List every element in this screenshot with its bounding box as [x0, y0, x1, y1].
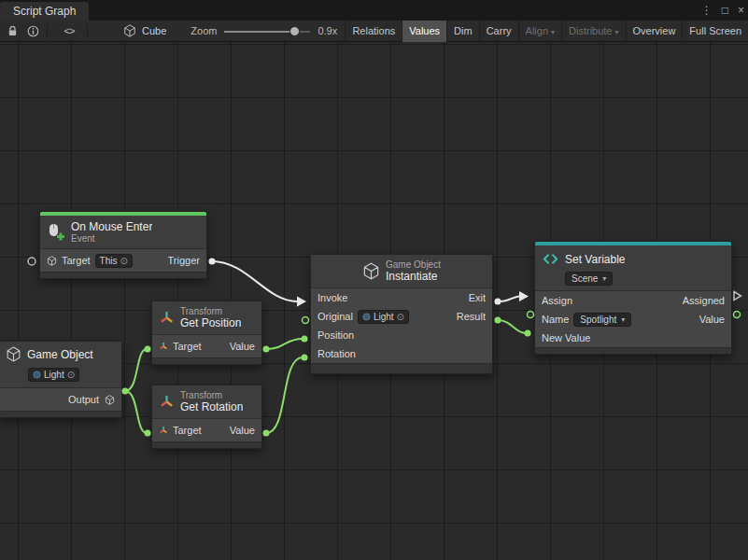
variable-scope-dropdown[interactable]: Scene ▾ [565, 272, 613, 286]
port-get-rotation-value[interactable] [263, 430, 270, 437]
chevron-down-icon: ▾ [602, 274, 606, 283]
node-category: Game Object [386, 259, 441, 270]
node-title: Instantiate [386, 270, 441, 283]
script-graph-window: Script Graph ⋮ □ × <> Cube Zoom [0, 0, 748, 560]
edge-output-to-get-position-target [125, 349, 147, 391]
align-button[interactable]: Align ▾ [518, 21, 561, 42]
node-instantiate[interactable]: Game Object Instantiate Invoke Exit Orig… [310, 254, 493, 374]
light-icon [362, 313, 371, 321]
port-instantiate-result[interactable] [495, 317, 501, 324]
lock-icon[interactable] [4, 21, 21, 42]
zoom-value: 0.9x [318, 25, 337, 36]
object-picker-icon[interactable]: ⊙ [120, 256, 127, 266]
cube-icon [362, 262, 380, 280]
port-on-mouse-enter-target[interactable] [28, 258, 35, 265]
edge-exit-to-assign [500, 297, 519, 302]
toolbar-divider [47, 24, 48, 38]
target-object-field[interactable]: This ⊙ [95, 254, 133, 268]
port-set-variable-name[interactable] [528, 312, 534, 318]
cube-icon [6, 346, 21, 362]
light-icon [33, 371, 41, 379]
port-instantiate-original[interactable] [303, 317, 309, 324]
close-icon[interactable]: × [738, 4, 744, 17]
slider-fill [224, 31, 293, 33]
node-on-mouse-enter[interactable]: On Mouse Enter Event Target This ⊙ [39, 211, 207, 279]
graph-target-label: Cube [142, 25, 166, 36]
code-icon[interactable]: <> [61, 21, 78, 42]
port-get-position-target[interactable] [145, 346, 151, 353]
port-label-value: Value [699, 314, 725, 325]
port-set-variable-new-value[interactable] [525, 330, 531, 337]
transform-type-icon [159, 426, 168, 435]
port-label-invoke: Invoke [318, 292, 347, 303]
node-footer [311, 363, 492, 373]
menu-icon[interactable]: ⋮ [701, 4, 713, 17]
node-get-rotation[interactable]: Transform Get Rotation Target Value [151, 385, 262, 449]
object-picker-icon[interactable]: ⊙ [397, 312, 404, 322]
port-label-position: Position [318, 329, 354, 341]
toolbar-divider [87, 24, 88, 38]
port-label-rotation: Rotation [318, 348, 356, 359]
node-get-position[interactable]: Transform Get Position Target Value [151, 301, 262, 365]
node-category: Transform [180, 306, 241, 316]
node-title: Get Rotation [180, 400, 243, 413]
maximize-icon[interactable]: □ [722, 4, 728, 17]
port-label-assign: Assign [542, 295, 572, 306]
chevron-down-icon: ▾ [621, 315, 625, 324]
port-instantiate-rotation[interactable] [302, 355, 308, 361]
node-footer [152, 357, 261, 364]
port-label-new-value: New Value [542, 332, 590, 343]
overview-button[interactable]: Overview [626, 21, 683, 42]
port-exit-output[interactable] [495, 299, 501, 305]
port-game-object-output[interactable] [122, 388, 129, 395]
game-object-type-icon [105, 395, 115, 405]
graph-target-chip[interactable]: Cube [121, 21, 166, 42]
node-footer [535, 347, 731, 354]
carry-button[interactable]: Carry [479, 21, 518, 42]
window-controls: ⋮ □ × [701, 0, 744, 21]
port-instantiate-position[interactable] [302, 336, 308, 343]
info-icon[interactable] [24, 21, 41, 42]
node-subtitle: Event [71, 233, 152, 244]
port-trigger-output[interactable] [209, 259, 216, 265]
port-label-output: Output [68, 394, 99, 405]
port-set-variable-value-output[interactable] [734, 312, 741, 318]
port-label-exit: Exit [469, 292, 486, 303]
node-game-object-literal[interactable]: Game Object Light ⊙ Output [0, 341, 122, 418]
port-label-trigger: Trigger [168, 255, 200, 266]
port-get-position-value[interactable] [263, 346, 270, 353]
slider-thumb[interactable] [289, 26, 300, 36]
on-mouse-enter-icon [47, 223, 65, 242]
cube-icon [121, 21, 138, 42]
graph-toolbar: <> Cube Zoom 0.9x Relations Values Dim [0, 21, 748, 42]
node-footer [152, 441, 261, 448]
light-object-field[interactable]: Light ⊙ [358, 310, 409, 324]
port-label-result: Result [457, 311, 486, 322]
port-get-rotation-target[interactable] [145, 430, 151, 437]
tab-bar: Script Graph ⋮ □ × [0, 0, 748, 21]
tab-script-graph[interactable]: Script Graph [0, 2, 89, 21]
light-object-field[interactable]: Light ⊙ [28, 368, 79, 382]
set-variable-icon [542, 250, 559, 268]
node-set-variable[interactable]: Set Variable Scene ▾ Assign Assigned [534, 241, 732, 355]
port-label-assigned: Assigned [683, 295, 725, 306]
node-category: Transform [180, 390, 243, 400]
fullscreen-button[interactable]: Full Screen [682, 21, 748, 42]
node-title: Game Object [27, 348, 93, 361]
relations-button[interactable]: Relations [345, 21, 402, 42]
zoom-slider[interactable] [224, 21, 310, 42]
object-picker-icon[interactable]: ⊙ [67, 370, 75, 380]
variable-name-dropdown[interactable]: Spotlight ▾ [573, 313, 631, 327]
transform-icon [159, 310, 175, 326]
transform-type-icon [159, 342, 168, 351]
values-button[interactable]: Values [402, 21, 446, 42]
dim-button[interactable]: Dim [446, 21, 479, 42]
port-set-variable-assigned[interactable] [734, 292, 741, 301]
distribute-button[interactable]: Distribute ▾ [561, 21, 625, 42]
toolbar-button-group: Relations Values Dim Carry Align ▾ Distr… [345, 21, 748, 42]
chevron-down-icon: ▾ [615, 28, 619, 36]
transform-icon [159, 394, 175, 410]
variable-name-value: Spotlight [580, 315, 616, 325]
node-title: Set Variable [565, 253, 625, 266]
graph-canvas[interactable]: On Mouse Enter Event Target This ⊙ [0, 42, 748, 560]
